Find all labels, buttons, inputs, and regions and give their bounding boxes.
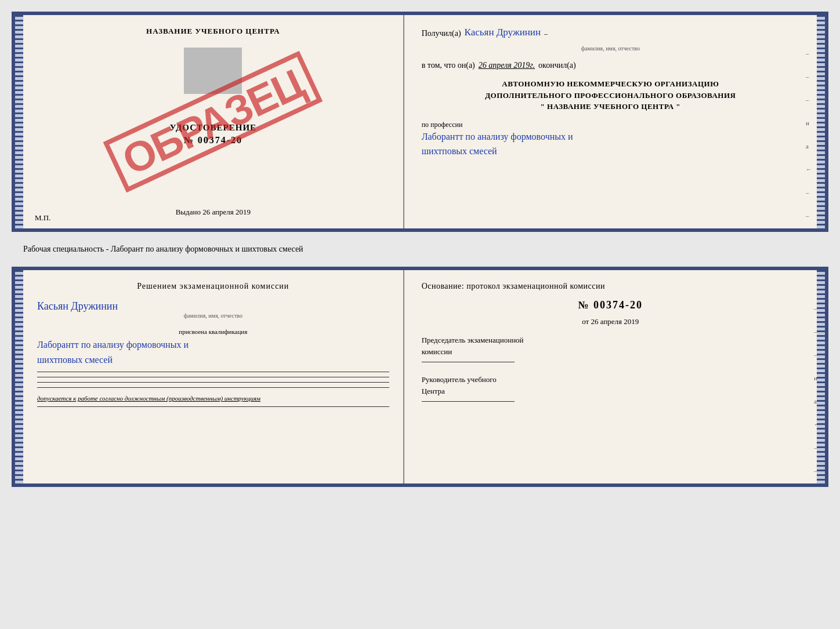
mp-line: М.П. bbox=[35, 213, 50, 223]
separator4 bbox=[37, 387, 389, 388]
vydano-label: Выдано bbox=[176, 208, 201, 216]
predsedatel-sig-line bbox=[422, 362, 515, 362]
center-line2: ДОПОЛНИТЕЛЬНОГО ПРОФЕССИОНАЛЬНОГО ОБРАЗО… bbox=[422, 90, 799, 101]
predsedatel-line2: комиссии bbox=[422, 346, 799, 358]
bottom-name-sub: фамилия, имя, отчество bbox=[37, 312, 389, 319]
poluchil-label: Получил(a) bbox=[422, 29, 461, 38]
doc-top-right: Получил(a) Касьян Дружинин – фамилия, им… bbox=[404, 15, 817, 228]
ot-label: от bbox=[582, 317, 589, 326]
center-text: АВТОНОМНУЮ НЕКОММЕРЧЕСКУЮ ОРГАНИЗАЦИЮ ДО… bbox=[422, 78, 799, 112]
doc-top-left: НАЗВАНИЕ УЧЕБНОГО ЦЕНТРА УДОСТОВЕРЕНИЕ №… bbox=[23, 15, 404, 228]
vtom-value: 26 апреля 2019г. bbox=[479, 61, 535, 70]
osnov-title: Основание: протокол экзаменационной коми… bbox=[422, 282, 799, 291]
vtom-line: в том, что он(а) 26 апреля 2019г. окончи… bbox=[422, 61, 799, 70]
photo-placeholder bbox=[184, 48, 242, 94]
rukovoditel-line1: Руководитель учебного bbox=[422, 374, 799, 386]
profession-label: по профессии bbox=[422, 121, 799, 129]
dopuskaetsya-val: работе согласно должностным (производств… bbox=[78, 395, 260, 402]
rukovoditel-sig-line bbox=[422, 401, 515, 402]
bottom-document: Решением экзаменационной комиссии Касьян… bbox=[12, 267, 828, 487]
doc-bottom-right: Основание: протокол экзаменационной коми… bbox=[404, 270, 817, 483]
center-line3: " НАЗВАНИЕ УЧЕБНОГО ЦЕНТРА " bbox=[422, 101, 799, 112]
kval-label: присвоена квалификация bbox=[37, 328, 389, 335]
bottom-name: Касьян Дружинин bbox=[37, 300, 389, 312]
center-line1: АВТОНОМНУЮ НЕКОММЕРЧЕСКУЮ ОРГАНИЗАЦИЮ bbox=[422, 78, 799, 90]
poluchil-line: Получил(a) Касьян Дружинин – bbox=[422, 27, 799, 38]
predsedatel: Председатель экзаменационной комиссии bbox=[422, 335, 799, 362]
separator2 bbox=[37, 377, 389, 377]
rukovoditel: Руководитель учебного Центра bbox=[422, 374, 799, 402]
separator5 bbox=[37, 406, 389, 407]
top-left-title: НАЗВАНИЕ УЧЕБНОГО ЦЕНТРА bbox=[146, 27, 280, 36]
predsedatel-line1: Председатель экзаменационной bbox=[422, 335, 799, 346]
dopuskaetsya: допускается к работе согласно должностны… bbox=[37, 395, 389, 402]
vydano-line: Выдано 26 апреля 2019 bbox=[176, 196, 251, 217]
komissia-title: Решением экзаменационной комиссии bbox=[37, 282, 389, 291]
page-wrapper: НАЗВАНИЕ УЧЕБНОГО ЦЕНТРА УДОСТОВЕРЕНИЕ №… bbox=[12, 12, 828, 487]
ot-date: 26 апреля 2019 bbox=[591, 317, 639, 326]
vtom-label: в том, что он(а) bbox=[422, 61, 475, 70]
kval-value: Лаборантт по анализу формовочных и шихтп… bbox=[37, 337, 389, 367]
right-dashes: – – – и а ← – – bbox=[806, 50, 812, 219]
cert-number: № 00374-20 bbox=[184, 135, 242, 146]
right-dashes-bottom: – – – и а ← – – bbox=[814, 305, 820, 474]
top-document: НАЗВАНИЕ УЧЕБНОГО ЦЕНТРА УДОСТОВЕРЕНИЕ №… bbox=[12, 12, 828, 232]
profession-value: Лаборантт по анализу формовочных и шихтп… bbox=[422, 129, 799, 159]
certificate-label: УДОСТОВЕРЕНИЕ bbox=[170, 123, 257, 133]
separator3 bbox=[37, 382, 389, 383]
protocol-date: от 26 апреля 2019 bbox=[422, 317, 799, 326]
recipient-name: Касьян Дружинин bbox=[465, 27, 541, 38]
doc-bottom-left: Решением экзаменационной комиссии Касьян… bbox=[23, 270, 404, 483]
dopuskaetsya-label: допускается к bbox=[37, 395, 76, 402]
vydano-date: 26 апреля 2019 bbox=[202, 208, 251, 216]
protocol-number: № 00374-20 bbox=[422, 299, 799, 311]
recipient-sublabel: фамилия, имя, отчество bbox=[422, 45, 799, 52]
okonchil-label: окончил(a) bbox=[538, 61, 576, 70]
separator1 bbox=[37, 372, 389, 372]
middle-text: Рабочая специальность - Лаборант по анал… bbox=[12, 241, 828, 257]
rukovoditel-line2: Центра bbox=[422, 386, 799, 397]
